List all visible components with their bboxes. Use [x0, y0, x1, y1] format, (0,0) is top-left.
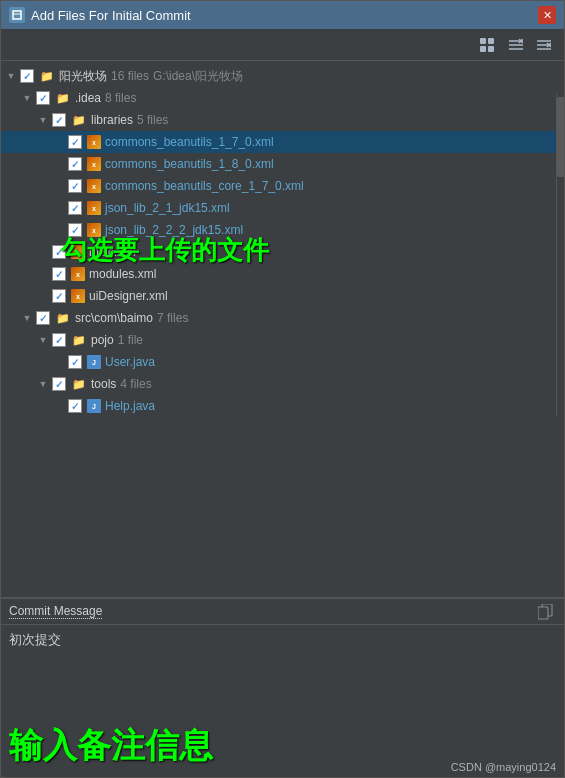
file-misc[interactable]: x misc.xml 勾选要上传的文件	[1, 241, 564, 263]
src-folder-icon: 📁	[55, 310, 71, 326]
root-triangle[interactable]	[5, 70, 17, 82]
file-beanutils-170[interactable]: x commons_beanutils_1_7_0.xml	[1, 131, 564, 153]
file-json-lib-21[interactable]: x json_lib_2_1_jdk15.xml	[1, 197, 564, 219]
close-button[interactable]: ✕	[538, 6, 556, 24]
main-window: Add Files For Initial Commit ✕	[0, 0, 565, 778]
pojo-folder-icon: 📁	[71, 332, 87, 348]
json-lib-222-checkbox[interactable]	[68, 223, 82, 237]
root-folder-icon: 📁	[39, 68, 55, 84]
collapse-button[interactable]	[532, 33, 556, 57]
titlebar-title: Add Files For Initial Commit	[31, 8, 191, 23]
src-count: 7 files	[157, 311, 188, 325]
svg-rect-5	[488, 46, 494, 52]
uidesigner-xml-icon: x	[71, 289, 85, 303]
root-count: 16 files	[111, 69, 149, 83]
src-label: src\com\baimo	[75, 311, 153, 325]
uidesigner-label: uiDesigner.xml	[89, 289, 168, 303]
libraries-count: 5 files	[137, 113, 168, 127]
user-java-icon: J	[87, 355, 101, 369]
scrollbar-thumb[interactable]	[557, 97, 564, 177]
libraries-checkbox[interactable]	[52, 113, 66, 127]
beanutils-core-170-label: commons_beanutils_core_1_7_0.xml	[105, 179, 304, 193]
idea-label: .idea	[75, 91, 101, 105]
idea-count: 8 files	[105, 91, 136, 105]
file-modules[interactable]: x modules.xml	[1, 263, 564, 285]
idea-folder-icon: 📁	[55, 90, 71, 106]
beanutils-170-checkbox[interactable]	[68, 135, 82, 149]
idea-checkbox[interactable]	[36, 91, 50, 105]
svg-rect-2	[480, 38, 486, 44]
json-lib-21-xml-icon: x	[87, 201, 101, 215]
file-tree[interactable]: 📁 阳光牧场 16 files G:\idea\阳光牧场 📁 .idea 8 f…	[1, 61, 564, 597]
pojo-count: 1 file	[118, 333, 143, 347]
file-beanutils-core-170[interactable]: x commons_beanutils_core_1_7_0.xml	[1, 175, 564, 197]
beanutils-core-170-xml-icon: x	[87, 179, 101, 193]
libraries-folder[interactable]: 📁 libraries 5 files	[1, 109, 564, 131]
user-checkbox[interactable]	[68, 355, 82, 369]
group-button[interactable]	[476, 33, 500, 57]
tools-triangle[interactable]	[37, 378, 49, 390]
scrollbar-track[interactable]	[556, 93, 564, 417]
idea-folder[interactable]: 📁 .idea 8 files	[1, 87, 564, 109]
commit-header-label: Commit Message	[9, 604, 102, 619]
src-checkbox[interactable]	[36, 311, 50, 325]
modules-checkbox[interactable]	[52, 267, 66, 281]
svg-rect-3	[488, 38, 494, 44]
titlebar-icon	[9, 7, 25, 23]
sort-button[interactable]	[504, 33, 528, 57]
src-triangle[interactable]	[21, 312, 33, 324]
tools-folder[interactable]: 📁 tools 4 files	[1, 373, 564, 395]
leaf-spacer4	[53, 202, 65, 214]
help-java-icon: J	[87, 399, 101, 413]
pojo-label: pojo	[91, 333, 114, 347]
file-uidesigner[interactable]: x uiDesigner.xml	[1, 285, 564, 307]
misc-leaf	[37, 246, 49, 258]
root-label: 阳光牧场	[59, 68, 107, 85]
libraries-folder-icon: 📁	[71, 112, 87, 128]
toolbar	[1, 29, 564, 61]
watermark: CSDN @maying0124	[451, 761, 556, 773]
titlebar: Add Files For Initial Commit ✕	[1, 1, 564, 29]
pojo-folder[interactable]: 📁 pojo 1 file	[1, 329, 564, 351]
file-beanutils-180[interactable]: x commons_beanutils_1_8_0.xml	[1, 153, 564, 175]
src-folder[interactable]: 📁 src\com\baimo 7 files	[1, 307, 564, 329]
copy-button[interactable]	[536, 602, 556, 622]
commit-text-value: 初次提交	[1, 625, 564, 655]
file-user-java[interactable]: J User.java	[1, 351, 564, 373]
tools-checkbox[interactable]	[52, 377, 66, 391]
pojo-triangle[interactable]	[37, 334, 49, 346]
beanutils-180-xml-icon: x	[87, 157, 101, 171]
tools-folder-icon: 📁	[71, 376, 87, 392]
beanutils-core-170-checkbox[interactable]	[68, 179, 82, 193]
uidesigner-leaf	[37, 290, 49, 302]
uidesigner-checkbox[interactable]	[52, 289, 66, 303]
idea-triangle[interactable]	[21, 92, 33, 104]
help-checkbox[interactable]	[68, 399, 82, 413]
beanutils-170-label: commons_beanutils_1_7_0.xml	[105, 135, 274, 149]
pojo-checkbox[interactable]	[52, 333, 66, 347]
misc-label: misc.xml	[89, 245, 136, 259]
modules-leaf	[37, 268, 49, 280]
file-json-lib-222[interactable]: x json_lib_2_2_2_jdk15.xml	[1, 219, 564, 241]
libraries-triangle[interactable]	[37, 114, 49, 126]
leaf-spacer	[53, 136, 65, 148]
leaf-spacer3	[53, 180, 65, 192]
commit-area: Commit Message 初次提交 输入备注信息 CSDN @maying0…	[1, 597, 564, 777]
user-java-label: User.java	[105, 355, 155, 369]
root-path: G:\idea\阳光牧场	[153, 68, 243, 85]
commit-overlay-text: 输入备注信息	[9, 726, 213, 764]
beanutils-180-label: commons_beanutils_1_8_0.xml	[105, 157, 274, 171]
tools-count: 4 files	[120, 377, 151, 391]
beanutils-170-xml-icon: x	[87, 135, 101, 149]
beanutils-180-checkbox[interactable]	[68, 157, 82, 171]
misc-xml-icon: x	[71, 245, 85, 259]
json-lib-21-checkbox[interactable]	[68, 201, 82, 215]
json-lib-222-xml-icon: x	[87, 223, 101, 237]
file-help-java[interactable]: J Help.java	[1, 395, 564, 417]
misc-checkbox[interactable]	[52, 245, 66, 259]
tree-root[interactable]: 📁 阳光牧场 16 files G:\idea\阳光牧场	[1, 65, 564, 87]
modules-label: modules.xml	[89, 267, 156, 281]
svg-rect-0	[13, 11, 21, 19]
root-checkbox[interactable]	[20, 69, 34, 83]
commit-header: Commit Message	[1, 599, 564, 625]
